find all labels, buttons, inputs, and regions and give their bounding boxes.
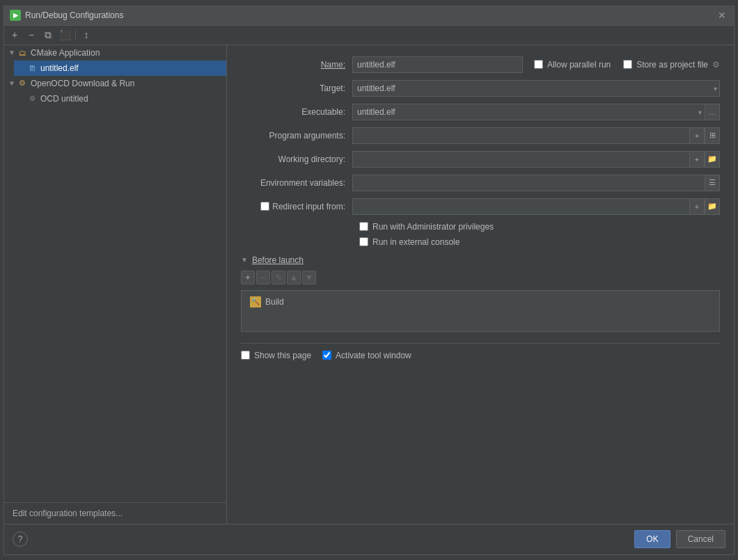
cmake-group[interactable]: ▼ 🗂 CMake Application — [4, 45, 226, 61]
executable-label: Executable: — [241, 107, 352, 117]
program-args-group: + ⊞ — [352, 127, 720, 144]
working-dir-input[interactable] — [352, 151, 689, 168]
program-args-expand-button[interactable]: + — [689, 127, 705, 144]
bottom-options: Show this page Activate tool window — [241, 343, 720, 360]
config-tree: ▼ 🗂 CMake Application 🖹 untitled.elf ▼ ⚙… — [4, 45, 227, 524]
remove-config-button[interactable]: − — [24, 27, 39, 42]
close-button[interactable]: ✕ — [716, 9, 728, 22]
env-vars-row: Environment variables: ☰ — [241, 175, 720, 191]
copy-config-button[interactable]: ⧉ — [40, 27, 56, 42]
ok-button[interactable]: OK — [634, 530, 670, 548]
ocd-file-icon: ⚙ — [26, 93, 38, 104]
executable-select-group: untitled.elf ▾ … — [352, 104, 720, 120]
build-entry: 🔨 Build — [244, 294, 716, 310]
elf-label: untitled.elf — [40, 63, 79, 73]
cmake-group-label: CMake Application — [31, 48, 100, 58]
working-dir-group: + 📁 — [352, 151, 720, 168]
redirect-browse-button[interactable]: 📁 — [705, 198, 720, 215]
env-vars-label: Environment variables: — [241, 178, 352, 188]
bl-down-button[interactable]: ▼ — [302, 271, 316, 285]
working-dir-browse-button[interactable]: 📁 — [705, 151, 720, 168]
program-args-folder-button[interactable]: ⊞ — [705, 127, 720, 144]
activate-tool-option: Activate tool window — [322, 351, 411, 360]
bl-remove-button[interactable]: − — [256, 271, 270, 285]
dialog-toolbar: + − ⧉ ⬛ ↕ — [4, 26, 734, 45]
redirect-row: Redirect input from: + 📁 — [241, 198, 720, 215]
show-page-option: Show this page — [241, 351, 311, 360]
run-admin-checkbox[interactable] — [359, 222, 368, 231]
redirect-input[interactable] — [352, 198, 689, 215]
openocd-group-label: OpenOCD Download & Run — [31, 79, 134, 88]
before-launch-title: ▼ Before launch — [241, 255, 720, 265]
store-project-label: Store as project file — [636, 60, 708, 70]
executable-row: Executable: untitled.elf ▾ … — [241, 104, 720, 120]
target-select-wrapper: untitled.elf ▾ — [352, 80, 720, 97]
activate-tool-label: Activate tool window — [336, 351, 411, 360]
allow-parallel-checkbox[interactable] — [534, 60, 543, 69]
cmake-folder-icon: 🗂 — [17, 47, 28, 58]
dialog-body: ▼ 🗂 CMake Application 🖹 untitled.elf ▼ ⚙… — [4, 45, 734, 524]
redirect-checkbox[interactable] — [260, 202, 269, 211]
before-launch-arrow[interactable]: ▼ — [241, 256, 248, 264]
run-external-checkbox[interactable] — [359, 237, 368, 246]
redirect-expand-button[interactable]: + — [689, 198, 705, 215]
move-config-button[interactable]: ⬛ — [57, 27, 72, 42]
store-project-gear-icon: ⚙ — [712, 60, 720, 70]
working-dir-expand-button[interactable]: + — [689, 151, 705, 168]
working-dir-label: Working directory: — [241, 154, 352, 164]
bl-add-button[interactable]: + — [241, 271, 255, 285]
target-row: Target: untitled.elf ▾ — [241, 80, 720, 97]
bl-up-button[interactable]: ▲ — [287, 271, 301, 285]
footer-buttons: OK Cancel — [634, 530, 725, 548]
openocd-icon: ⚙ — [17, 78, 28, 89]
dialog-title: Run/Debug Configurations — [25, 10, 716, 20]
run-external-label: Run in external console — [372, 237, 460, 247]
dialog-footer: ? OK Cancel — [4, 524, 734, 554]
cmake-arrow: ▼ — [8, 49, 17, 56]
config-form: Name: Allow parallel run Store as projec… — [227, 45, 734, 524]
add-config-button[interactable]: + — [7, 27, 22, 42]
edit-templates-link[interactable]: Edit configuration templates... — [13, 509, 123, 518]
elf-file-icon: 🖹 — [26, 63, 38, 74]
env-vars-edit-button[interactable]: ☰ — [705, 175, 720, 191]
program-args-row: Program arguments: + ⊞ — [241, 127, 720, 144]
executable-select-wrapper: untitled.elf ▾ — [352, 104, 705, 120]
activate-tool-checkbox[interactable] — [322, 351, 331, 360]
build-icon: 🔨 — [250, 296, 261, 307]
run-admin-label: Run with Administrator privileges — [372, 222, 494, 232]
store-project-checkbox[interactable] — [623, 60, 632, 69]
executable-select[interactable]: untitled.elf — [352, 104, 705, 120]
cancel-button[interactable]: Cancel — [676, 530, 725, 548]
working-dir-row: Working directory: + 📁 — [241, 151, 720, 168]
openocd-arrow: ▼ — [8, 79, 17, 87]
sort-config-button[interactable]: ↕ — [79, 27, 94, 42]
before-launch-toolbar: + − ✎ ▲ ▼ — [241, 271, 720, 285]
untitled-elf-item[interactable]: 🖹 untitled.elf — [14, 61, 226, 76]
name-row: Name: Allow parallel run Store as projec… — [241, 56, 720, 73]
bl-edit-button[interactable]: ✎ — [272, 271, 285, 285]
ocd-untitled-item[interactable]: ⚙ OCD untitled — [14, 91, 226, 106]
program-args-input[interactable] — [352, 127, 689, 144]
before-launch-section: ▼ Before launch + − ✎ ▲ ▼ 🔨 Build — [241, 255, 720, 332]
openocd-children: ⚙ OCD untitled — [4, 91, 226, 106]
openocd-group[interactable]: ▼ ⚙ OpenOCD Download & Run — [4, 76, 226, 91]
env-vars-group: ☰ — [352, 175, 720, 191]
target-select[interactable]: untitled.elf — [352, 80, 720, 97]
run-debug-dialog: ▶ Run/Debug Configurations ✕ + − ⧉ ⬛ ↕ ▼… — [3, 6, 735, 555]
name-input[interactable] — [352, 56, 523, 73]
app-icon: ▶ — [10, 10, 21, 21]
build-label: Build — [265, 297, 284, 307]
target-label: Target: — [241, 83, 352, 93]
show-page-checkbox[interactable] — [241, 351, 250, 360]
dialog-titlebar: ▶ Run/Debug Configurations ✕ — [4, 6, 734, 26]
run-external-row: Run in external console — [241, 237, 720, 247]
program-args-label: Program arguments: — [241, 131, 352, 141]
allow-parallel-label: Allow parallel run — [547, 60, 611, 70]
executable-browse-button[interactable]: … — [705, 104, 720, 120]
show-page-label: Show this page — [254, 351, 311, 360]
env-vars-input[interactable] — [352, 175, 705, 191]
name-label: Name: — [241, 60, 352, 70]
toolbar-separator — [75, 29, 76, 40]
redirect-label: Redirect input from: — [272, 202, 345, 211]
help-button[interactable]: ? — [13, 531, 28, 547]
